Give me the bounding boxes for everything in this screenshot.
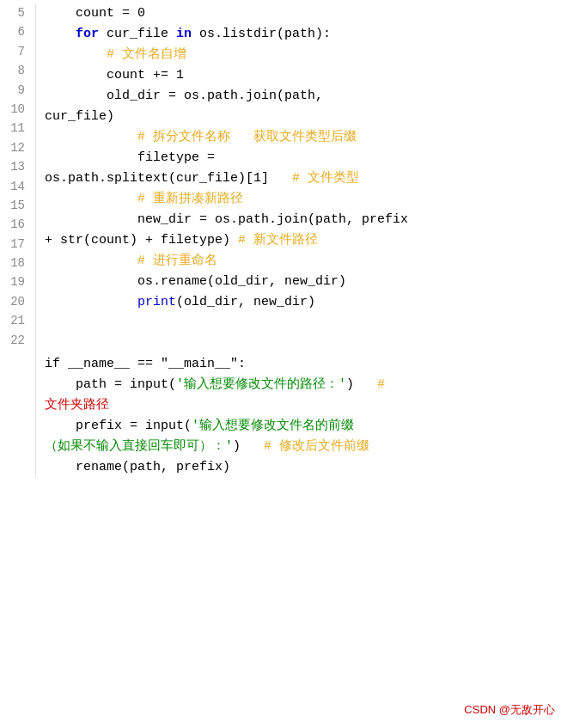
- line-number: 21: [7, 311, 28, 330]
- code-line: count = 0: [45, 3, 558, 24]
- code-line: prefix = input('输入想要修改文件名的前缀: [45, 416, 558, 437]
- code-line: os.rename(old_dir, new_dir): [45, 272, 558, 292]
- line-number: 14: [7, 177, 28, 196]
- code-line: [45, 333, 558, 354]
- line-number: 7: [7, 42, 28, 61]
- code-line: filetype =: [45, 148, 558, 168]
- line-number: 18: [7, 254, 28, 272]
- code-line: path = input('输入想要修改文件的路径：') #: [45, 375, 558, 395]
- line-number: 20: [7, 292, 28, 311]
- line-number: 17: [7, 235, 28, 254]
- line-number: 19: [7, 272, 28, 291]
- code-line: count += 1: [45, 65, 558, 86]
- code-line: 文件夹路径: [45, 395, 558, 416]
- code-line: （如果不输入直接回车即可）：') # 修改后文件前缀: [45, 437, 558, 457]
- code-line: new_dir = os.path.join(path, prefix: [45, 210, 558, 230]
- line-number: 12: [7, 138, 28, 157]
- footer-credit: CSDN @无敌开心: [464, 701, 555, 719]
- code-line: os.path.splitext(cur_file)[1] # 文件类型: [45, 168, 558, 189]
- line-number: 16: [7, 215, 28, 234]
- line-number: 9: [7, 81, 28, 100]
- line-number: 11: [7, 119, 28, 138]
- line-number: 10: [7, 100, 28, 119]
- line-number: 5: [7, 3, 28, 22]
- line-number: 15: [7, 196, 28, 215]
- code-lines: count = 0 for cur_file in os.listdir(pat…: [36, 3, 567, 478]
- line-number: 13: [7, 157, 28, 176]
- line-number: 8: [7, 61, 28, 80]
- code-line: + str(count) + filetype) # 新文件路径: [45, 230, 558, 251]
- code-line: # 进行重命名: [45, 251, 558, 272]
- line-numbers: 5678910111213141516171819202122: [0, 3, 36, 478]
- code-line: # 拆分文件名称 获取文件类型后缀: [45, 127, 558, 148]
- code-line: [45, 313, 558, 333]
- code-line: for cur_file in os.listdir(path):: [45, 24, 558, 45]
- code-line: if __name__ == "__main__":: [45, 354, 558, 375]
- line-number: 6: [7, 22, 28, 41]
- code-line: rename(path, prefix): [45, 457, 558, 478]
- code-line: # 重新拼凑新路径: [45, 189, 558, 210]
- code-line: print(old_dir, new_dir): [45, 292, 558, 313]
- code-line: old_dir = os.path.join(path,: [45, 86, 558, 107]
- code-line: # 文件名自增: [45, 45, 558, 65]
- code-container: 5678910111213141516171819202122 count = …: [0, 0, 567, 481]
- code-line: cur_file): [45, 107, 558, 127]
- line-number: 22: [7, 331, 28, 350]
